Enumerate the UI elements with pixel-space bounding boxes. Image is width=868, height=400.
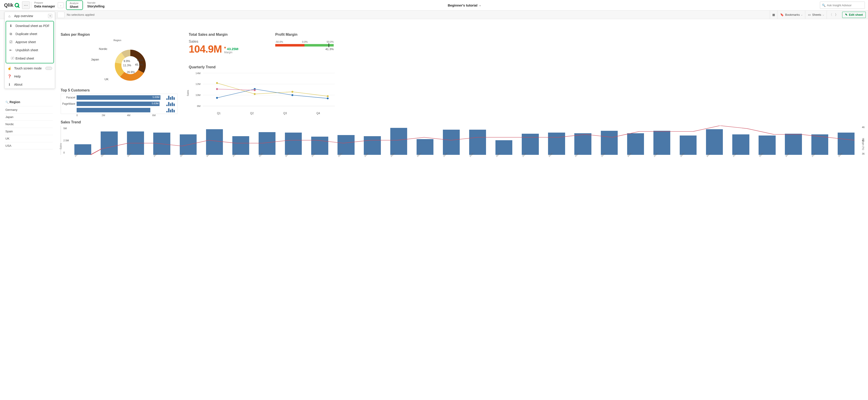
grid-view-button[interactable]: ▦ — [770, 10, 777, 19]
global-menu-dropdown: ⌂ App overview ⧉ ⬇ Download sheet as PDF… — [4, 12, 55, 19]
pencil-icon: ✎ — [845, 13, 847, 17]
bookmarks-button[interactable]: 🔖 Bookmarks⌵ — [777, 10, 805, 19]
prev-sheet-button[interactable]: 〈 — [828, 13, 834, 17]
sheets-button[interactable]: ▭ Sheets⌵ — [805, 10, 827, 19]
insight-search[interactable]: 🔍 — [820, 2, 865, 9]
global-menu-button[interactable]: ⋯ — [22, 1, 30, 9]
menu-app-overview[interactable]: ⌂ App overview ⧉ — [5, 12, 55, 19]
next-sheet-button[interactable]: 〉 — [834, 13, 839, 17]
selections-tool-icon[interactable] — [57, 12, 64, 18]
open-new-tab-icon[interactable]: ⧉ — [48, 14, 52, 18]
nav-narrate[interactable]: Narrate Storytelling — [84, 0, 108, 10]
sheets-icon: ▭ — [808, 13, 811, 17]
nav-prepare[interactable]: Prepare Data manager — [31, 0, 59, 10]
search-icon: 🔍 — [822, 4, 826, 7]
nav-analyze[interactable]: Analyze Sheet — [66, 0, 83, 10]
edit-sheet-button[interactable]: ✎ Edit sheet — [842, 12, 866, 18]
qlik-logo: Qlik — [0, 0, 22, 10]
insight-search-input[interactable] — [827, 4, 863, 7]
bookmark-icon: 🔖 — [780, 13, 784, 17]
app-title[interactable]: Beginner's tutorial⌵ — [108, 0, 820, 10]
home-icon: ⌂ — [7, 14, 11, 18]
no-selections-text: No selections applied — [67, 13, 95, 17]
